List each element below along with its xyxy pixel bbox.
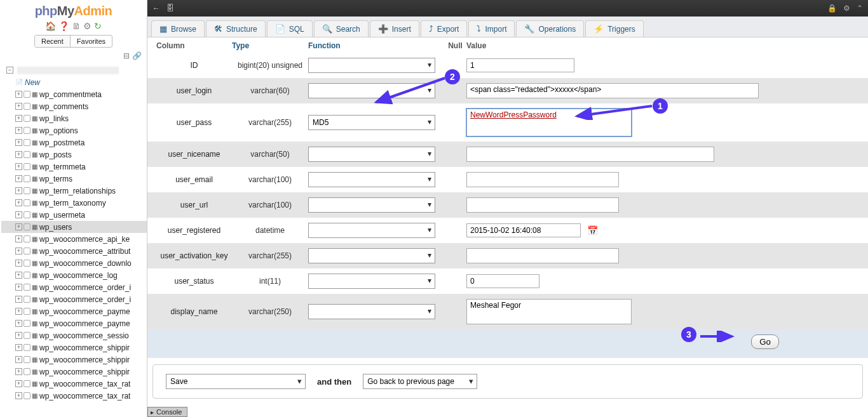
- function-select-user_activation_key[interactable]: [308, 248, 435, 263]
- tab-import[interactable]: ⤵Import: [468, 20, 515, 37]
- function-select-user_email[interactable]: [308, 172, 435, 187]
- expand-icon[interactable]: +: [15, 392, 22, 399]
- tab-triggers[interactable]: ⚡Triggers: [585, 20, 644, 37]
- expand-icon[interactable]: +: [15, 272, 22, 279]
- tab-export[interactable]: ⤴Export: [421, 20, 468, 37]
- function-select-display_name[interactable]: [308, 304, 435, 319]
- tab-operations[interactable]: 🔧Operations: [516, 20, 584, 37]
- tree-table-wp_woocommerce_payme[interactable]: +▦wp_woocommerce_payme: [1, 317, 147, 329]
- tree-table-wp_woocommerce_log[interactable]: +▦wp_woocommerce_log: [1, 269, 147, 281]
- go-button[interactable]: Go: [751, 334, 779, 349]
- tree-table-wp_woocommerce_order_i[interactable]: +▦wp_woocommerce_order_i: [1, 293, 147, 305]
- tab-search[interactable]: 🔍Search: [314, 20, 369, 37]
- expand-icon[interactable]: +: [15, 223, 22, 230]
- col-header-type[interactable]: Type: [232, 41, 249, 50]
- value-input-user_status[interactable]: [466, 274, 539, 288]
- collapse-icon[interactable]: ⌃: [857, 4, 863, 13]
- expand-icon[interactable]: +: [15, 332, 22, 339]
- tree-table-wp_woocommerce_tax_rat[interactable]: +▦wp_woocommerce_tax_rat: [1, 378, 147, 390]
- expand-icon[interactable]: +: [15, 368, 22, 375]
- tree-table-wp_posts[interactable]: +▦wp_posts: [1, 149, 147, 161]
- return-select[interactable]: Go back to previous page: [363, 374, 477, 389]
- value-input-ID[interactable]: [466, 58, 574, 72]
- nav-back-icon[interactable]: ←: [153, 4, 160, 13]
- value-input-user_registered[interactable]: [466, 223, 581, 237]
- tree-table-wp_woocommerce_downlo[interactable]: +▦wp_woocommerce_downlo: [1, 257, 147, 269]
- expand-icon[interactable]: +: [15, 235, 22, 242]
- home-icon[interactable]: 🏠: [45, 21, 56, 31]
- expand-icon[interactable]: +: [15, 139, 22, 146]
- expand-icon[interactable]: +: [15, 344, 22, 351]
- tree-table-wp_woocommerce_api_ke[interactable]: +▦wp_woocommerce_api_ke: [1, 233, 147, 245]
- tab-browse[interactable]: ▦Browse: [151, 20, 205, 37]
- value-textarea-user_email[interactable]: [466, 172, 619, 187]
- gear-icon[interactable]: ⚙: [843, 4, 850, 13]
- console-toggle[interactable]: Console: [147, 407, 187, 417]
- collapse-all-icon[interactable]: ⊟: [123, 51, 130, 60]
- value-textarea-user_activation_key[interactable]: [466, 248, 619, 263]
- db-name-redacted[interactable]: [17, 67, 119, 74]
- tab-insert[interactable]: ➕Insert: [370, 20, 419, 37]
- tree-table-wp_commentmeta[interactable]: +▦wp_commentmeta: [1, 88, 147, 100]
- link-icon[interactable]: 🔗: [132, 51, 142, 60]
- expand-icon[interactable]: +: [15, 380, 22, 387]
- tab-sql[interactable]: 📄SQL: [267, 20, 313, 37]
- tree-table-wp_term_taxonomy[interactable]: +▦wp_term_taxonomy: [1, 197, 147, 209]
- tree-table-wp_woocommerce_order_i[interactable]: +▦wp_woocommerce_order_i: [1, 281, 147, 293]
- function-select-user_registered[interactable]: [308, 223, 435, 238]
- tree-table-wp_usermeta[interactable]: +▦wp_usermeta: [1, 209, 147, 221]
- tree-table-wp_woocommerce_shippir[interactable]: +▦wp_woocommerce_shippir: [1, 354, 147, 366]
- tree-table-wp_woocommerce_attribut[interactable]: +▦wp_woocommerce_attribut: [1, 245, 147, 257]
- expand-icon[interactable]: +: [15, 284, 22, 291]
- docs-icon[interactable]: ❓: [58, 21, 69, 31]
- col-header-function[interactable]: Function: [308, 41, 341, 50]
- tree-table-wp_postmeta[interactable]: +▦wp_postmeta: [1, 136, 147, 149]
- sql-icon[interactable]: 🗎: [72, 21, 81, 31]
- expand-icon[interactable]: +: [15, 187, 22, 194]
- expand-icon[interactable]: +: [15, 260, 22, 267]
- value-textarea-display_name[interactable]: Mesheal Fegor: [466, 299, 632, 324]
- expand-icon[interactable]: +: [15, 151, 22, 158]
- tree-table-wp_woocommerce_tax_rat[interactable]: +▦wp_woocommerce_tax_rat: [1, 390, 147, 402]
- tree-table-wp_woocommerce_shippir[interactable]: +▦wp_woocommerce_shippir: [1, 341, 147, 354]
- expand-icon[interactable]: +: [15, 308, 22, 315]
- tree-table-wp_woocommerce_payme[interactable]: +▦wp_woocommerce_payme: [1, 305, 147, 317]
- tree-table-wp_term_relationships[interactable]: +▦wp_term_relationships: [1, 185, 147, 197]
- expand-icon[interactable]: +: [15, 211, 22, 218]
- db-tree[interactable]: − 📄New +▦wp_commentmeta+▦wp_comments+▦wp…: [0, 63, 147, 417]
- tree-table-wp_links[interactable]: +▦wp_links: [1, 112, 147, 124]
- value-textarea-user_nicename[interactable]: [466, 147, 714, 162]
- tree-table-wp_termmeta[interactable]: +▦wp_termmeta: [1, 161, 147, 173]
- expand-icon[interactable]: +: [15, 296, 22, 303]
- collapse-icon[interactable]: −: [6, 67, 13, 74]
- expand-icon[interactable]: +: [15, 103, 22, 110]
- tree-table-wp_options[interactable]: +▦wp_options: [1, 124, 147, 136]
- function-select-user_status[interactable]: [308, 274, 435, 289]
- lock-icon[interactable]: 🔒: [827, 4, 837, 13]
- tab-favorites[interactable]: Favorites: [71, 36, 112, 47]
- tree-table-wp_terms[interactable]: +▦wp_terms: [1, 173, 147, 185]
- expand-icon[interactable]: +: [15, 91, 22, 98]
- function-select-ID[interactable]: [308, 58, 435, 73]
- server-icon[interactable]: 🗄: [166, 4, 174, 13]
- logo[interactable]: phpMyAdmin: [0, 0, 147, 20]
- expand-icon[interactable]: +: [15, 320, 22, 327]
- value-textarea-user_login[interactable]: <span class="redacted">xxxxx</span>: [466, 83, 759, 98]
- tree-table-wp_woocommerce_shippir[interactable]: +▦wp_woocommerce_shippir: [1, 366, 147, 378]
- tab-recent[interactable]: Recent: [35, 36, 71, 47]
- tree-table-wp_users[interactable]: +▦wp_users: [1, 221, 147, 233]
- calendar-icon[interactable]: [585, 225, 598, 235]
- tree-table-wp_woocommerce_sessio[interactable]: +▦wp_woocommerce_sessio: [1, 329, 147, 341]
- tree-new[interactable]: 📄New: [1, 76, 147, 88]
- value-textarea-user_url[interactable]: [466, 197, 619, 213]
- expand-icon[interactable]: +: [15, 248, 22, 255]
- expand-icon[interactable]: +: [15, 199, 22, 206]
- expand-icon[interactable]: +: [15, 163, 22, 170]
- settings-icon[interactable]: ⚙: [83, 21, 92, 31]
- expand-icon[interactable]: +: [15, 115, 22, 122]
- expand-icon[interactable]: +: [15, 127, 22, 134]
- save-select[interactable]: Save: [166, 374, 306, 389]
- tree-table-wp_comments[interactable]: +▦wp_comments: [1, 100, 147, 112]
- function-select-user_nicename[interactable]: [308, 147, 435, 162]
- reload-icon[interactable]: ↻: [94, 21, 102, 31]
